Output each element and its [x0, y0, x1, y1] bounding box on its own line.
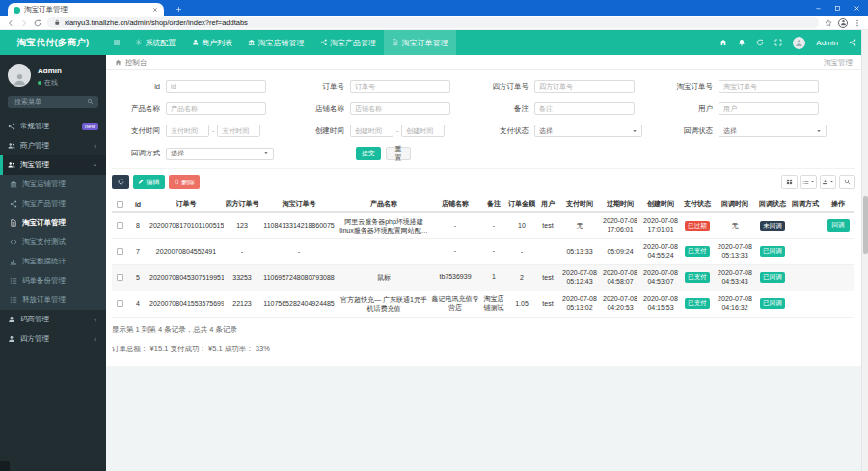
file-list-icon: [392, 39, 399, 46]
breadcrumb-home[interactable]: 控制台: [125, 58, 148, 68]
sidebar-item-release-order[interactable]: 释放订单管理: [0, 291, 106, 310]
callback-method-select[interactable]: 选择: [166, 148, 274, 160]
cell-remark: -: [480, 238, 507, 264]
back-icon[interactable]: [7, 19, 14, 27]
order-no-input[interactable]: [350, 80, 450, 93]
pay-time-end-input[interactable]: [217, 125, 260, 137]
product-input[interactable]: [166, 102, 266, 115]
sidebar-item-taobao-shop[interactable]: 淘宝店铺管理: [0, 175, 106, 194]
sidebar-item-merchant[interactable]: 商户管理: [0, 136, 106, 155]
nav-item-merchant-list[interactable]: 商户列表: [184, 30, 241, 55]
content-panel: id 订单号 四方订单号 淘宝订单号 产品名称 店铺名称 备注 用户 支付时间 …: [106, 70, 861, 366]
nav-item-taobao-order[interactable]: 淘宝订单管理: [384, 30, 456, 55]
cell-action: [822, 264, 854, 291]
cell-taobao_no: 1108413314218860075: [260, 212, 338, 238]
submit-button[interactable]: 提交: [356, 147, 381, 160]
new-tab-button[interactable]: [174, 4, 183, 14]
reset-button[interactable]: 重置: [386, 147, 411, 160]
settings-icon[interactable]: [849, 39, 856, 46]
browser-tab[interactable]: 淘宝订单管理: [8, 3, 164, 16]
navbar-right: Admin: [719, 37, 868, 49]
callback-button[interactable]: 回调: [827, 219, 850, 232]
table-search-button[interactable]: [839, 175, 855, 189]
avatar[interactable]: [793, 37, 805, 49]
columns-button[interactable]: [800, 175, 817, 189]
table-header-row: id订单号四方订单号淘宝订单号产品名称店铺名称备注订单金额用户支付时间过期时间创…: [112, 196, 854, 212]
shop-input[interactable]: [350, 102, 450, 115]
sidebar-item-code-merchant[interactable]: 码商管理: [0, 310, 106, 329]
sidebar-item-taobao-order[interactable]: 淘宝订单管理: [0, 213, 106, 233]
row-checkbox[interactable]: [117, 222, 123, 229]
column-header-cb_time: 回调时间: [714, 196, 756, 212]
refresh-button[interactable]: [112, 175, 129, 189]
browser-menu-icon[interactable]: [854, 19, 861, 27]
sidebar-item-taobao[interactable]: 淘宝管理: [0, 155, 106, 175]
create-time-end-input[interactable]: [401, 125, 445, 137]
cell-pay_status: 已支付: [681, 264, 714, 291]
maximize-icon[interactable]: [834, 5, 841, 12]
export-button[interactable]: [820, 175, 836, 189]
close-icon[interactable]: [854, 5, 860, 12]
tab-close-icon[interactable]: [152, 7, 158, 13]
column-header-pay_time: 支付时间: [559, 196, 600, 212]
sidebar-toggle-button[interactable]: [106, 30, 127, 55]
nav-item-system-config[interactable]: 系统配置: [127, 30, 184, 55]
cell-amount: 1.05: [507, 291, 536, 317]
caret-down-icon: [263, 151, 269, 156]
home-icon[interactable]: [719, 39, 727, 46]
cell-order_no: 20200708045307519951: [149, 264, 224, 291]
cell-action: [822, 238, 854, 264]
select-all-checkbox[interactable]: [112, 196, 127, 212]
table-row[interactable]: 4202007080415535756992212311075652824049…: [112, 291, 854, 317]
checkbox[interactable]: [117, 201, 123, 208]
page-scrollbar[interactable]: [861, 30, 868, 471]
sidebar-item-code-backup[interactable]: 码单备份管理: [0, 271, 106, 291]
table-row[interactable]: 72020070804552491-----05:13:3305:09:2420…: [112, 238, 854, 264]
browser-profile-icon[interactable]: [838, 18, 848, 28]
callback-status-select[interactable]: 选择: [719, 125, 827, 137]
menu-search-box[interactable]: [8, 96, 98, 108]
forward-icon[interactable]: [20, 19, 28, 27]
menu-search-input[interactable]: [13, 97, 84, 106]
nav-item-taobao-product[interactable]: 淘宝产品管理: [312, 30, 385, 55]
refresh-icon[interactable]: [756, 39, 764, 46]
cell-pay_time: 2020-07-0805:12:43: [559, 264, 600, 291]
sidebar-item-taobao-product[interactable]: 淘宝产品管理: [0, 194, 106, 213]
user-input[interactable]: [719, 102, 819, 115]
nav-item-taobao-shop[interactable]: 淘宝店铺管理: [240, 30, 312, 55]
delete-button[interactable]: 删除: [169, 175, 201, 189]
bookmark-star-icon[interactable]: [825, 19, 832, 27]
cell-cb_method: [789, 212, 822, 238]
cell-amount: 2: [507, 264, 536, 291]
taobao-no-input[interactable]: [719, 80, 819, 93]
sidebar-item-general[interactable]: 常规管理 new: [0, 117, 106, 136]
navbar-username[interactable]: Admin: [816, 39, 838, 47]
fullscreen-icon[interactable]: [774, 39, 782, 46]
create-time-start-input[interactable]: [350, 125, 393, 137]
fourth-no-input[interactable]: [534, 80, 635, 93]
table-row[interactable]: 8202007081701011005151231108413314218860…: [112, 212, 854, 238]
remark-input[interactable]: [534, 102, 635, 115]
row-checkbox[interactable]: [117, 274, 123, 281]
pay-time-start-input[interactable]: [166, 125, 209, 137]
sidebar-item-taobao-stats[interactable]: 淘宝数据统计: [0, 252, 106, 271]
bell-icon[interactable]: [738, 39, 746, 46]
sidebar-item-fourth-party[interactable]: 四方管理: [0, 329, 106, 348]
row-checkbox[interactable]: [117, 300, 123, 307]
pay-status-select[interactable]: 选择: [534, 125, 642, 137]
cell-amount: -: [507, 238, 536, 264]
row-checkbox[interactable]: [117, 248, 123, 255]
scrollbar-thumb[interactable]: [863, 196, 868, 254]
cell-fourth_no: 123: [224, 212, 260, 238]
minimize-icon[interactable]: [815, 5, 822, 12]
id-input[interactable]: [166, 80, 266, 93]
table-row[interactable]: 5202007080453075199513325311069572480807…: [112, 264, 854, 291]
reload-icon[interactable]: [34, 19, 41, 27]
status-badge: 已支付: [685, 272, 710, 283]
address-bar[interactable]: xianyu3.tmallzhe.cn/admin/shop/order/ind…: [47, 17, 819, 28]
edit-button[interactable]: 编辑: [133, 175, 165, 189]
share-nodes-icon: [10, 200, 17, 208]
sidebar-item-taobao-pay-test[interactable]: 淘宝支付测试: [0, 233, 106, 252]
toggle-view-button[interactable]: [781, 175, 798, 189]
filter-label-pay-time: 支付时间: [112, 126, 166, 136]
